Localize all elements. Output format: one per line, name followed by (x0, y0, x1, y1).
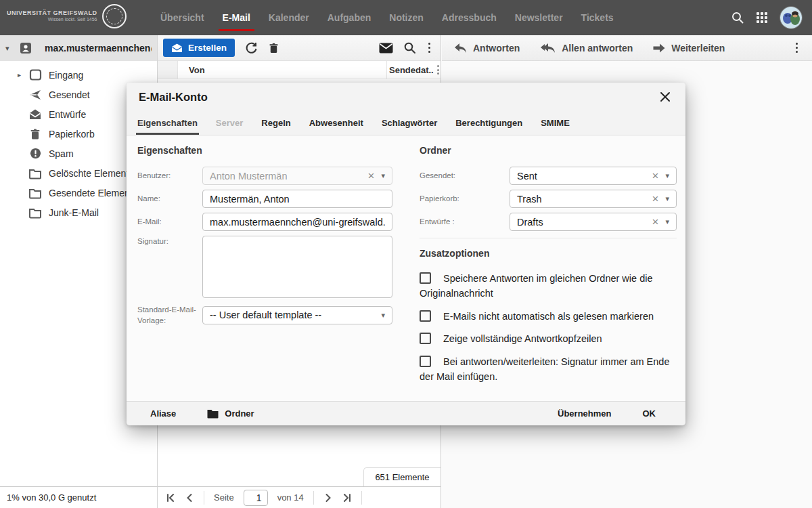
sent-folder-value (517, 171, 646, 182)
ordner-button[interactable]: Ordner (207, 408, 254, 419)
more-options-icon[interactable] (794, 41, 800, 56)
nav-item-email[interactable]: E-Mail (223, 12, 250, 23)
sent-folder-select[interactable]: × ▾ (510, 167, 677, 185)
nav-item-aufgaben[interactable]: Aufgaben (328, 12, 371, 23)
refresh-icon[interactable] (245, 41, 258, 54)
benutzer-label: Benutzer: (137, 170, 202, 182)
column-menu-icon[interactable] (435, 63, 441, 77)
name-input[interactable] (210, 194, 385, 205)
trash-folder-value (517, 194, 646, 205)
compose-button[interactable]: Erstellen (163, 39, 235, 57)
folder-icon (207, 409, 219, 419)
spam-icon (28, 147, 42, 161)
user-avatar[interactable] (780, 6, 803, 29)
section-heading-zusatzoptionen: Zusatzoptionen (420, 248, 677, 259)
chevron-right-icon[interactable]: ▸ (18, 71, 28, 79)
envelope-icon[interactable] (379, 43, 393, 54)
nav-item-adressbuch[interactable]: Adressbuch (442, 12, 497, 23)
forward-button[interactable]: Weiterleiten (653, 43, 725, 54)
close-icon[interactable] (657, 89, 673, 105)
quota-status: 1% von 30,0 G genutzt (0, 486, 158, 508)
tab-schlagwoerter[interactable]: Schlagwörter (382, 111, 437, 135)
select-column-header[interactable] (158, 61, 178, 79)
checkbox-icon[interactable] (420, 310, 431, 322)
nav-item-uebersicht[interactable]: Übersicht (160, 12, 204, 23)
clear-icon: × (368, 170, 375, 182)
email-input[interactable] (210, 217, 385, 228)
option-signature-at-end[interactable]: Bei antworten/weiterleiten: Signatur imm… (420, 354, 677, 385)
template-value (210, 310, 374, 320)
checkbox-icon[interactable] (420, 272, 431, 284)
chevron-down-icon[interactable]: ▾ (665, 194, 669, 203)
section-heading-eigenschaften: Eigenschaften (137, 145, 392, 156)
delete-icon[interactable] (268, 42, 279, 54)
option-dont-mark-read[interactable]: E-Mails nicht automatisch als gelesen ma… (420, 309, 677, 324)
first-page-icon[interactable] (166, 493, 175, 503)
option-full-reply-headers[interactable]: Zeige vollständige Antwortkopfzeilen (420, 331, 677, 346)
apps-grid-icon[interactable] (757, 12, 767, 23)
column-header-sent-date[interactable]: Sendedat.. (386, 61, 441, 79)
account-contact-icon (19, 41, 32, 55)
account-email-label: max.mustermaennchen@un... (45, 43, 152, 54)
search-icon[interactable] (403, 41, 416, 54)
benutzer-value (210, 171, 361, 182)
nav-item-tickets[interactable]: Tickets (581, 12, 614, 23)
signatur-textarea[interactable] (202, 236, 392, 298)
search-icon[interactable] (731, 11, 744, 24)
drafts-folder-select[interactable]: × ▾ (510, 213, 677, 231)
reply-all-icon (540, 43, 556, 54)
sidebar-account-row[interactable]: ▾ max.mustermaennchen@un... (0, 35, 157, 61)
university-seal-icon (102, 4, 127, 28)
benutzer-select: × ▾ (202, 167, 392, 185)
tab-server[interactable]: Server (216, 111, 243, 135)
column-header-from[interactable]: Von (178, 61, 386, 79)
chevron-down-icon[interactable]: ▾ (381, 311, 385, 320)
page-number-input[interactable] (244, 490, 268, 506)
chevron-down-icon[interactable]: ▾ (665, 171, 669, 180)
apply-button[interactable]: Übernehmen (558, 408, 611, 419)
chevron-down-icon[interactable]: ▾ (5, 44, 14, 53)
checkbox-icon[interactable] (420, 356, 431, 367)
mail-list-column-headers: Von Sendedat.. (158, 61, 441, 79)
tab-regeln[interactable]: Regeln (261, 111, 290, 135)
gesendet-label: Gesendet: (420, 170, 510, 182)
tab-eigenschaften[interactable]: Eigenschaften (137, 111, 198, 135)
chevron-down-icon[interactable]: ▾ (665, 217, 669, 226)
trash-folder-select[interactable]: × ▾ (510, 190, 677, 208)
option-save-replies-same-folder[interactable]: Speichere Antworten im gleichen Ordner w… (420, 271, 677, 301)
pagination-bar: Seite von 14 (158, 486, 441, 508)
clear-icon[interactable]: × (652, 170, 659, 182)
more-options-icon[interactable] (426, 41, 433, 56)
next-page-icon[interactable] (323, 493, 333, 503)
draft-envelope-icon (28, 108, 42, 121)
reply-all-button[interactable]: Allen antworten (540, 43, 633, 54)
reply-button[interactable]: Antworten (454, 43, 520, 54)
previous-page-icon[interactable] (185, 493, 194, 503)
clear-icon[interactable]: × (652, 193, 659, 205)
page-total-label: von 14 (277, 492, 304, 503)
template-select[interactable]: ▾ (202, 306, 392, 324)
tab-abwesenheit[interactable]: Abwesenheit (309, 111, 363, 135)
email-field[interactable] (202, 213, 392, 231)
folder-icon (28, 206, 42, 219)
aliase-button[interactable]: Aliase (150, 408, 176, 419)
checkbox-icon[interactable] (420, 333, 431, 344)
nav-item-notizen[interactable]: Notizen (389, 12, 424, 23)
reply-icon (454, 43, 467, 54)
nav-item-kalender[interactable]: Kalender (269, 12, 309, 23)
last-page-icon[interactable] (342, 493, 352, 503)
tab-berechtigungen[interactable]: Berechtigungen (455, 111, 522, 135)
dialog-footer: Aliase Ordner Übernehmen OK (127, 401, 685, 425)
name-field[interactable] (202, 190, 392, 208)
folder-icon (28, 167, 42, 180)
logo-subtitle: Wissen lockt. Seit 1456 (7, 17, 97, 23)
clear-icon[interactable]: × (652, 216, 659, 228)
tab-smime[interactable]: SMIME (541, 111, 570, 135)
sidebar-folder-eingang[interactable]: ▸ Eingang (0, 65, 157, 85)
ok-button[interactable]: OK (643, 408, 656, 419)
mail-list-toolbar: Erstellen (158, 35, 441, 61)
send-icon (28, 88, 42, 102)
nav-item-newsletter[interactable]: Newsletter (515, 12, 563, 23)
chevron-down-icon: ▾ (381, 171, 385, 180)
dialog-tabs: Eigenschaften Server Regeln Abwesenheit … (127, 111, 685, 135)
